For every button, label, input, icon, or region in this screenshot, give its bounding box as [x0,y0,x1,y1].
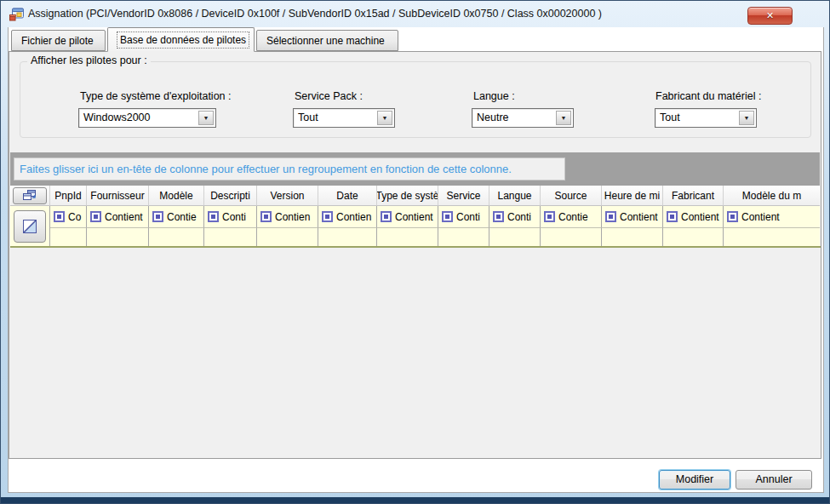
filter-input-fabricant[interactable] [663,228,724,246]
groupbox-title: Afficher les pilotes pour : [27,54,151,66]
tab-fichier-de-pilote[interactable]: Fichier de pilote [11,30,106,51]
filter-operator-heure[interactable]: Contient [602,206,663,228]
os-type-combobox[interactable]: Windows2000 ▼ [78,108,216,128]
filter-input-source[interactable] [541,228,602,246]
filter-operator-icon [727,211,738,222]
filter-operator-icon [605,211,616,222]
combo-value: Tout [660,112,680,123]
combo-dropdown-button[interactable]: ▼ [556,111,571,125]
filter-operator-fabricant[interactable]: Contient [663,206,724,228]
filter-operator-service[interactable]: Conti [438,206,489,228]
clear-filter-cell [10,206,50,246]
filter-operator-icon [381,211,392,222]
dialog-client-area: Fichier de pilote Base de données de pil… [8,27,824,493]
filter-operator-label: Contien [275,211,310,223]
close-button[interactable]: ✕ [747,7,793,25]
chevron-down-icon: ▼ [561,115,567,121]
filter-operator-modele-materiel[interactable]: Contient [724,206,820,228]
filter-operator-icon [493,211,504,222]
column-header-service[interactable]: Service [438,186,489,206]
column-chooser-cell [10,186,50,206]
tab-base-de-donnees[interactable]: Base de données de pilotes [107,27,255,52]
filter-operator-label: Contie [558,211,588,223]
display-drivers-groupbox: Afficher les pilotes pour : Type de syst… [20,61,811,138]
hardware-vendor-label: Fabricant du matériel : [655,90,761,102]
cancel-button[interactable]: Annuler [736,470,812,490]
filter-input-modele-materiel[interactable] [724,228,820,246]
filter-operator-icon [54,211,65,222]
column-header-pnpid[interactable]: PnpId [50,186,87,206]
tab-page-driver-database: Afficher les pilotes pour : Type de syst… [9,51,821,459]
filter-input-modele[interactable] [149,228,204,246]
column-header-description[interactable]: Descripti [204,186,257,206]
filter-input-heure[interactable] [602,228,663,246]
grid-header-row: PnpId Fournisseur Modèle Descripti Versi… [10,186,821,206]
column-header-source[interactable]: Source [541,186,602,206]
hardware-vendor-combobox[interactable]: Tout ▼ [655,108,757,128]
filter-operator-source[interactable]: Contie [541,206,602,228]
filter-input-pnpid[interactable] [50,228,87,246]
clear-filter-button[interactable] [14,210,46,243]
modify-button[interactable]: Modifier [659,470,730,490]
filter-input-service[interactable] [438,228,489,246]
filter-operator-modele[interactable]: Contie [149,206,204,228]
group-by-bar[interactable]: Faites glisser ici un en-tête de colonne… [10,152,820,186]
filter-operator-icon [442,211,453,222]
dialog-window: Assignation (PCI/VendorID 0x8086 / Devic… [0,0,830,504]
filter-operator-langue[interactable]: Conti [489,206,541,228]
column-header-fabricant[interactable]: Fabricant [663,186,724,206]
window-title: Assignation (PCI/VendorID 0x8086 / Devic… [28,1,602,26]
chevron-down-icon: ▼ [382,115,388,121]
filter-input-fournisseur[interactable] [87,228,149,246]
column-header-modele-materiel[interactable]: Modèle du m [724,186,820,206]
column-header-fournisseur[interactable]: Fournisseur [87,186,149,206]
filter-input-version[interactable] [257,228,318,246]
filter-operator-icon [544,211,555,222]
column-header-date[interactable]: Date [318,186,377,206]
column-header-version[interactable]: Version [257,186,318,206]
combo-dropdown-button[interactable]: ▼ [739,111,754,125]
group-by-hint: Faites glisser ici un en-tête de colonne… [14,158,565,180]
combo-value: Tout [298,112,318,123]
combo-value: Neutre [477,112,509,123]
combo-dropdown-button[interactable]: ▼ [377,111,392,125]
title-bar[interactable]: Assignation (PCI/VendorID 0x8086 / Devic… [1,1,829,27]
filter-operator-label: Contient [620,211,658,223]
combo-value: Windows2000 [83,112,151,123]
filter-operator-fournisseur[interactable]: Contient [87,206,149,228]
filter-operator-pnpid[interactable]: Co [50,206,87,228]
language-combobox[interactable]: Neutre ▼ [472,108,574,128]
service-pack-label: Service Pack : [295,90,363,102]
column-header-langue[interactable]: Langue [489,186,541,206]
filter-operator-label: Contient [395,211,433,223]
grid-filter-area: Co Contient Contie Conti Contien Contien… [10,206,821,246]
chevron-down-icon: ▼ [744,115,750,121]
filter-operator-label: Contient [681,211,719,223]
close-icon: ✕ [766,10,774,20]
combo-dropdown-button[interactable]: ▼ [198,111,214,125]
filter-input-date[interactable] [318,228,377,246]
filter-input-langue[interactable] [489,228,541,246]
filter-operator-date[interactable]: Contien [318,206,377,228]
column-chooser-button[interactable] [13,187,47,204]
filter-operator-label: Contient [741,211,780,223]
column-header-type-systeme[interactable]: Type de systè [377,186,438,206]
window-bottom-edge [1,497,829,503]
filter-operator-version[interactable]: Contien [257,206,318,228]
form-app-icon [9,8,24,21]
filter-operator-label: Conti [507,211,531,223]
service-pack-combobox[interactable]: Tout ▼ [293,108,395,128]
os-type-label: Type de système d'exploitation : [80,90,231,102]
filter-operator-icon [260,211,272,222]
filter-input-type-systeme[interactable] [377,228,438,246]
filter-operator-description[interactable]: Conti [204,206,257,228]
column-header-heure[interactable]: Heure de mi [602,186,663,206]
filter-operator-label: Co [68,211,81,223]
filter-operator-label: Contie [167,211,197,223]
filter-input-description[interactable] [204,228,257,246]
column-chooser-icon [23,190,37,201]
tab-selectionner-machine[interactable]: Sélectionner une machine [256,30,398,51]
filter-input-row [50,228,821,246]
column-header-modele[interactable]: Modèle [149,186,204,206]
filter-operator-type-systeme[interactable]: Contient [377,206,438,228]
